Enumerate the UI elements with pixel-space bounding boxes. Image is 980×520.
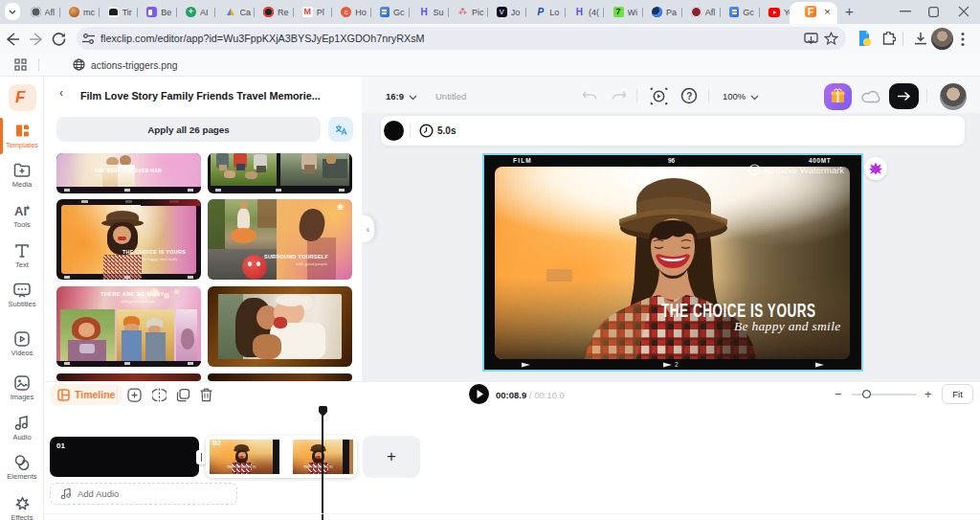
svg-text:Be happy and smile: Be happy and smile (734, 319, 841, 333)
svg-text:?: ? (753, 166, 758, 174)
svg-text:AI: AI (14, 204, 27, 218)
svg-text:?: ? (686, 91, 692, 102)
